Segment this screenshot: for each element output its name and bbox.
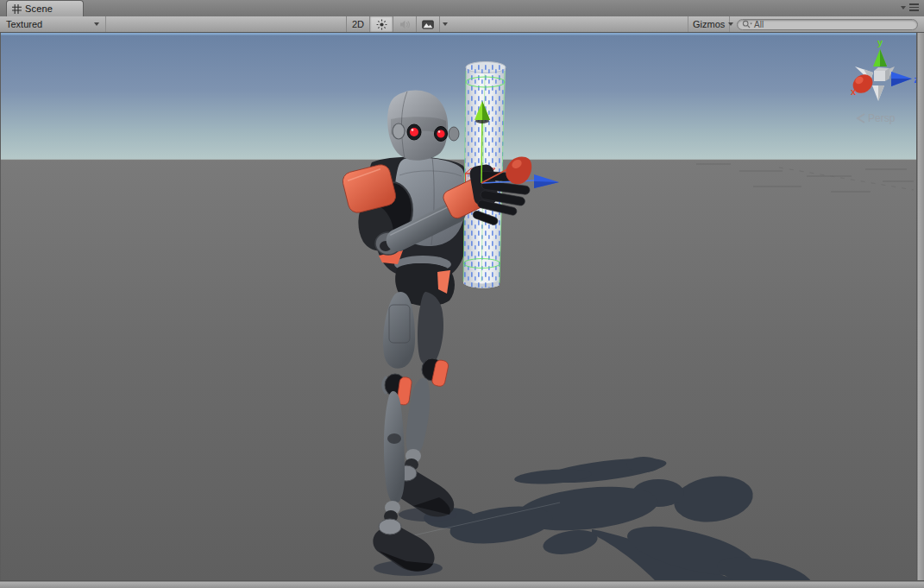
chevron-down-icon	[728, 22, 733, 26]
gizmos-label: Gizmos	[693, 19, 725, 29]
sky	[1, 33, 916, 160]
panel-dropdown-icon[interactable]	[901, 6, 906, 9]
ear-disc	[393, 123, 405, 139]
axis-x-label: x	[851, 86, 857, 97]
search-filter-value: All	[754, 20, 764, 29]
scene-viewport[interactable]: y z x Persp	[1, 33, 916, 580]
2d-toggle-button[interactable]: 2D	[346, 16, 369, 32]
chevron-down-icon	[443, 22, 448, 26]
scene-grid-icon	[12, 4, 22, 14]
effects-dropdown-button[interactable]	[439, 16, 450, 32]
effects-toggle-button[interactable]	[416, 16, 439, 32]
gizmo-center-cube[interactable]	[874, 71, 885, 81]
search-field[interactable]: All	[737, 19, 918, 30]
panel-menu-icon[interactable]	[909, 3, 919, 11]
axis-y-label: y	[877, 37, 883, 47]
tab-bar: Scene	[0, 0, 924, 16]
tab-label: Scene	[25, 3, 53, 14]
move-gizmo-y-axis[interactable]	[481, 119, 482, 183]
chevron-down-icon	[94, 22, 99, 26]
tab-scene[interactable]: Scene	[6, 0, 84, 16]
render-mode-label: Textured	[6, 19, 42, 29]
window-edge-bottom	[0, 580, 924, 588]
horizon-line	[1, 159, 916, 160]
view-toggle-group: 2D	[346, 16, 450, 32]
viewport-top-highlight	[1, 33, 916, 35]
speaker-icon	[399, 19, 411, 30]
search-icon	[742, 20, 752, 29]
gizmos-dropdown[interactable]: Gizmos	[688, 16, 730, 32]
window-edge-left	[0, 33, 1, 580]
render-mode-dropdown[interactable]: Textured	[0, 16, 106, 32]
scene-panel-window: Scene Textured 2D	[0, 0, 924, 588]
panel-controls	[901, 3, 919, 11]
image-icon	[422, 19, 434, 30]
2d-toggle-label: 2D	[352, 19, 364, 29]
scene-toolbar: Textured 2D	[0, 16, 924, 33]
lighting-toggle-button[interactable]	[369, 16, 393, 32]
audio-toggle-button[interactable]	[393, 16, 416, 32]
window-edge-right	[916, 33, 924, 588]
sun-icon	[376, 19, 387, 30]
projection-label: Persp	[868, 112, 896, 124]
